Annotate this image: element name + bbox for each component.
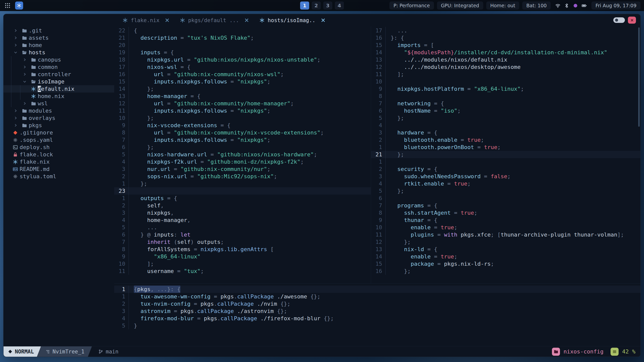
- code-line[interactable]: 13 ../../modules/nixos/default.nix: [371, 56, 640, 63]
- tree-item-flake.lock[interactable]: flake.lock: [4, 151, 114, 158]
- bluetooth-icon[interactable]: [564, 3, 569, 8]
- tree-item-hosts[interactable]: hosts: [4, 49, 114, 56]
- code-line[interactable]: 7 inputs.nixpkgs.follows = "nixpkgs";: [114, 136, 371, 144]
- code-line[interactable]: 4 rtkit.enable = true;: [371, 180, 640, 187]
- code-line[interactable]: 17 nixos-wsl = {: [114, 63, 371, 71]
- code-line[interactable]: 16}: {: [371, 34, 640, 41]
- code-line[interactable]: 21 };: [371, 151, 640, 158]
- tree-item-flake.nix[interactable]: flake.nix: [4, 158, 114, 165]
- code-line[interactable]: 7 programs = {: [371, 202, 640, 209]
- tree-item-deploy.sh[interactable]: deploy.sh: [4, 144, 114, 151]
- code-line[interactable]: 8: [371, 93, 640, 100]
- code-line[interactable]: 13 home-manager = {: [114, 93, 371, 100]
- code-line[interactable]: 3 astronvim = pkgs.callPackage ./astronv…: [114, 307, 640, 315]
- code-line[interactable]: 14 "${modulesPath}/installer/cd-dvd/inst…: [371, 49, 640, 56]
- wifi-icon[interactable]: [555, 3, 560, 8]
- code-line[interactable]: 2 tux-nvim-config = pkgs.callPackage ./n…: [114, 300, 640, 307]
- code-line[interactable]: 14 enable = true;: [371, 253, 640, 260]
- code-line[interactable]: 8 forAllSystems = nixpkgs.lib.genAttrs [: [114, 246, 371, 253]
- distro-logo-icon[interactable]: [15, 2, 23, 10]
- code-line[interactable]: 5 nixos-hardware.url = "github:nixos/nix…: [114, 151, 371, 158]
- code-line[interactable]: 20: [114, 41, 371, 49]
- tree-item-assets[interactable]: assets: [4, 34, 114, 41]
- code-line[interactable]: 7 networking = {: [371, 100, 640, 107]
- tree-item-README.md[interactable]: README.md: [4, 165, 114, 173]
- tree-item-.sops.yaml[interactable]: .sops.yaml: [4, 136, 114, 144]
- code-line[interactable]: 13 nix-ld = {: [371, 246, 640, 253]
- code-line[interactable]: 3 sudo.wheelNeedsPassword = false;: [371, 173, 640, 180]
- code-line[interactable]: 6 hostName = "iso";: [371, 107, 640, 114]
- code-line[interactable]: 4 home-manager,: [114, 216, 371, 224]
- code-line[interactable]: 3 nur.url = "github:nix-community/nur";: [114, 165, 371, 173]
- workspace-button-3[interactable]: 3: [323, 2, 332, 10]
- code-line[interactable]: 11 username = "tux";: [114, 267, 371, 275]
- tab-close-icon[interactable]: [165, 18, 170, 23]
- code-line[interactable]: 11 inputs.nixpkgs.follows = "nixpkgs";: [114, 107, 371, 114]
- tree-item-stylua.toml[interactable]: stylua.toml: [4, 173, 114, 180]
- code-line[interactable]: 21 description = "tux's NixOS Flake";: [114, 34, 371, 41]
- code-line[interactable]: 2 sops-nix.url = "github:Mic92/sops-nix"…: [114, 173, 371, 180]
- code-line[interactable]: 10 };: [114, 114, 371, 122]
- code-line[interactable]: 9 nix-vscode-extensions = {: [114, 122, 371, 129]
- code-line[interactable]: 5 ...: [114, 224, 371, 231]
- tree-item-.git[interactable]: .git: [4, 27, 114, 34]
- tree-item-controller[interactable]: controller: [4, 71, 114, 78]
- battery-icon[interactable]: [582, 3, 587, 8]
- code-line[interactable]: 23: [114, 187, 371, 195]
- code-line[interactable]: 8 ssh.startAgent = true;: [371, 209, 640, 216]
- code-line[interactable]: 2 security = {: [371, 165, 640, 173]
- tree-item-home.nix[interactable]: home.nix: [4, 93, 114, 100]
- code-line[interactable]: 1 bluetooth.powerOnBoot = true;: [371, 144, 640, 151]
- code-line[interactable]: 12 url = "github:nix-community/home-mana…: [114, 100, 371, 107]
- code-line[interactable]: 16 };: [371, 267, 640, 275]
- apps-grid-icon[interactable]: [4, 2, 12, 10]
- buffer-tab-pkgs/default ...[interactable]: pkgs/default ...: [175, 14, 254, 26]
- code-line[interactable]: 10 ];: [114, 260, 371, 267]
- workspace-button-4[interactable]: 4: [335, 2, 344, 10]
- code-line[interactable]: 10: [371, 78, 640, 85]
- tab-close-icon[interactable]: [244, 18, 249, 23]
- tree-item-isoImage[interactable]: isoImage: [4, 78, 114, 85]
- code-line[interactable]: 4: [371, 122, 640, 129]
- code-line[interactable]: 6: [371, 195, 640, 202]
- tree-item-default.nix[interactable]: default.nix: [4, 85, 114, 93]
- code-line[interactable]: 4 firefox-mod-blur = pkgs.callPackage ./…: [114, 315, 640, 322]
- code-line[interactable]: 18 nixpkgs.url = "github:nixos/nixpkgs/n…: [114, 56, 371, 63]
- code-line[interactable]: 6 };: [114, 144, 371, 151]
- dot-icon[interactable]: [573, 3, 578, 8]
- code-line[interactable]: 4 nixpkgs-f2k.url = "github:moni-dz/nixp…: [114, 158, 371, 165]
- code-line[interactable]: 12 };: [371, 238, 640, 246]
- code-line[interactable]: 15 imports = [: [371, 41, 640, 49]
- file-tree[interactable]: .gitassetshomehostscanopuscommoncontroll…: [4, 26, 114, 346]
- workspace-button-1[interactable]: 1: [300, 2, 309, 10]
- tree-item-canopus[interactable]: canopus: [4, 56, 114, 63]
- tree-item-overlays[interactable]: overlays: [4, 114, 114, 122]
- code-line[interactable]: 17 ...: [371, 27, 640, 34]
- titlebar-toggle[interactable]: [613, 17, 625, 23]
- code-line[interactable]: 2 self,: [114, 202, 371, 209]
- code-line[interactable]: 9 "x86_64-linux": [114, 253, 371, 260]
- code-line[interactable]: 1{pkgs, ...}: {: [114, 286, 640, 293]
- code-line[interactable]: 7 inherit (self) outputs;: [114, 238, 371, 246]
- code-line[interactable]: 1 tux-awesome-wm-config = pkgs.callPacka…: [114, 293, 640, 300]
- tree-item-modules[interactable]: modules: [4, 107, 114, 114]
- code-line[interactable]: 14 };: [114, 85, 371, 93]
- code-line[interactable]: 12 ../../modules/nixos/desktop/awesome: [371, 63, 640, 71]
- editor-pkgs-default-nix[interactable]: 1{pkgs, ...}: {1 tux-awesome-wm-config =…: [114, 283, 640, 346]
- code-line[interactable]: 15 package = pkgs.nix-ld-rs;: [371, 260, 640, 267]
- code-line[interactable]: 19 inputs = {: [114, 49, 371, 56]
- scrollbar[interactable]: [638, 27, 640, 127]
- code-line[interactable]: 1 };: [114, 180, 371, 187]
- code-line[interactable]: 5 };: [371, 114, 640, 122]
- window-close-button[interactable]: [628, 17, 636, 24]
- buffer-tab-flake.nix[interactable]: flake.nix: [118, 14, 174, 26]
- code-line[interactable]: 9 nixpkgs.hostPlatform = "x86_64-linux";: [371, 85, 640, 93]
- code-line[interactable]: 5}: [114, 322, 640, 329]
- workspace-button-2[interactable]: 2: [312, 2, 321, 10]
- tree-item-wsl[interactable]: wsl: [4, 100, 114, 107]
- buffer-tab-hosts/isoImag..[interactable]: hosts/isoImag..: [255, 14, 330, 26]
- code-line[interactable]: 16 url = "github:nix-community/nixos-wsl…: [114, 71, 371, 78]
- code-line[interactable]: 11 ];: [371, 71, 640, 78]
- code-line[interactable]: 9 thunar = {: [371, 216, 640, 224]
- editor-hosts-isoimage-default-nix[interactable]: 17 ...16}: {15 imports = [14 "${modulesP…: [371, 26, 640, 283]
